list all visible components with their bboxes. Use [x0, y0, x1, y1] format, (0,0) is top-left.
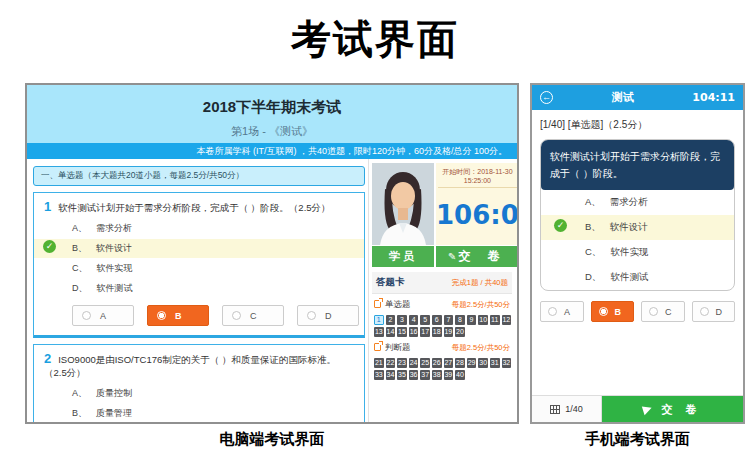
- mobile-exam-panel: 测试 104:11 [1/40] [单选题]（2.5分） 软件测试计划开始于需求…: [530, 83, 745, 424]
- exam-header: 2018下半年期末考试 第1场 - 《测试》: [27, 85, 517, 143]
- sheet-icon: [374, 343, 381, 351]
- answer-grid-single-choice: 1234567891011121314151617181920: [374, 315, 514, 337]
- answer-tile-12[interactable]: 12: [502, 315, 512, 325]
- answer-button-a[interactable]: A: [72, 305, 134, 326]
- answer-tile-32[interactable]: 32: [502, 358, 512, 368]
- answer-card-header: 答题卡 完成1题 / 共40题: [372, 272, 512, 294]
- answer-tile-37[interactable]: 37: [420, 370, 430, 380]
- question-head: 2ISO9000是由ISO/TC176制定的关于（ ）和质量保证的国际标准。（2…: [34, 351, 364, 383]
- answer-tile-2[interactable]: 2: [386, 315, 396, 325]
- check-icon: [554, 219, 567, 232]
- answer-card-section-single: 单选题 每题2.5分/共50分 123456789101112131415161…: [372, 294, 512, 337]
- answer-tile-1[interactable]: 1: [374, 315, 384, 325]
- answer-tile-31[interactable]: 31: [490, 358, 500, 368]
- answer-button-c[interactable]: C: [641, 301, 685, 322]
- answer-button-d[interactable]: D: [692, 301, 736, 322]
- answer-button-d[interactable]: D: [297, 305, 359, 326]
- answer-tile-18[interactable]: 18: [432, 327, 442, 337]
- pen-icon: [448, 251, 456, 262]
- paper-plane-icon: [642, 403, 653, 414]
- answer-tile-8[interactable]: 8: [455, 315, 465, 325]
- section-score-info: 每题2.5分/共50分: [452, 343, 510, 353]
- answer-card-progress: 完成1题 / 共40题: [452, 278, 508, 288]
- answer-tile-19[interactable]: 19: [444, 327, 454, 337]
- question-card-1: 1软件测试计划开始于需求分析阶段，完成于（ ）阶段。（2.5分） A、需求分析 …: [33, 192, 365, 338]
- progress-count: 1/40: [565, 404, 583, 414]
- answer-tile-14[interactable]: 14: [386, 327, 396, 337]
- answer-tile-40[interactable]: 40: [455, 370, 465, 380]
- answer-tile-35[interactable]: 35: [397, 370, 407, 380]
- answer-tile-30[interactable]: 30: [478, 358, 488, 368]
- answer-tile-33[interactable]: 33: [374, 370, 384, 380]
- back-button[interactable]: [540, 91, 553, 104]
- answer-sheet-toggle[interactable]: 1/40: [532, 396, 602, 422]
- answer-tile-11[interactable]: 11: [490, 315, 500, 325]
- answer-grid-judge: 2122232425262728293031323334353637383940: [374, 358, 514, 380]
- option-row-c[interactable]: C、软件实现: [34, 259, 364, 278]
- answer-tile-10[interactable]: 10: [478, 315, 488, 325]
- answer-tile-29[interactable]: 29: [467, 358, 477, 368]
- option-row-d[interactable]: D、软件测试: [541, 265, 734, 290]
- answer-tile-25[interactable]: 25: [420, 358, 430, 368]
- question-head: 1软件测试计划开始于需求分析阶段，完成于（ ）阶段。（2.5分）: [34, 199, 364, 218]
- answer-tile-28[interactable]: 28: [455, 358, 465, 368]
- question-number: 2: [44, 351, 51, 366]
- grid-icon: [550, 405, 560, 414]
- option-row-d[interactable]: D、软件测试: [34, 279, 364, 298]
- answer-card-section-judge: 判断题 每题2.5分/共50分 212223242526272829303132…: [372, 337, 512, 380]
- answer-button-b-selected[interactable]: B: [591, 301, 635, 322]
- option-row-a[interactable]: A、需求分析: [34, 219, 364, 238]
- option-row-b-selected[interactable]: B、软件设计: [34, 239, 364, 258]
- answer-tile-38[interactable]: 38: [432, 370, 442, 380]
- student-label: 学员: [372, 246, 434, 267]
- section-name: 单选题: [385, 299, 411, 309]
- answer-tile-7[interactable]: 7: [444, 315, 454, 325]
- answer-tile-22[interactable]: 22: [386, 358, 396, 368]
- answer-button-row: A B C D: [540, 301, 735, 322]
- answer-tile-17[interactable]: 17: [420, 327, 430, 337]
- answer-tile-20[interactable]: 20: [455, 327, 465, 337]
- mobile-question-text: 软件测试计划开始于需求分析阶段，完成于（ ）阶段。: [541, 140, 734, 190]
- option-row-a[interactable]: A、质量控制: [34, 384, 364, 403]
- answer-tile-6[interactable]: 6: [432, 315, 442, 325]
- submit-button[interactable]: 交 卷: [436, 246, 517, 267]
- exam-title: 2018下半年期末考试: [27, 85, 517, 117]
- question-column: 一、单选题（本大题共20道小题，每题2.5分/共50分） 1软件测试计划开始于需…: [33, 166, 365, 422]
- answer-tile-4[interactable]: 4: [409, 315, 419, 325]
- radio-icon: [157, 311, 166, 320]
- mobile-question-card: 软件测试计划开始于需求分析阶段，完成于（ ）阶段。 A、需求分析 B、软件设计 …: [540, 139, 735, 291]
- option-row-b[interactable]: B、质量管理: [34, 404, 364, 422]
- option-row-b-selected[interactable]: B、软件设计: [541, 215, 734, 240]
- option-row-c[interactable]: C、软件实现: [541, 240, 734, 265]
- mobile-submit-button[interactable]: 交 卷: [602, 396, 743, 422]
- answer-tile-39[interactable]: 39: [444, 370, 454, 380]
- answer-tile-13[interactable]: 13: [374, 327, 384, 337]
- answer-tile-27[interactable]: 27: [444, 358, 454, 368]
- answer-tile-34[interactable]: 34: [386, 370, 396, 380]
- page: 考试界面 2018下半年期末考试 第1场 - 《测试》 本卷所属学科 (IT/互…: [0, 0, 750, 468]
- timer-box: 开始时间：2018-11-30 15:25:00 106:0: [436, 163, 517, 245]
- answer-tile-23[interactable]: 23: [397, 358, 407, 368]
- start-time: 开始时间：2018-11-30 15:25:00: [438, 163, 517, 188]
- answer-button-row: A B C D: [34, 298, 364, 328]
- answer-tile-5[interactable]: 5: [420, 315, 430, 325]
- answer-tile-26[interactable]: 26: [432, 358, 442, 368]
- answer-tile-9[interactable]: 9: [467, 315, 477, 325]
- student-photo: [372, 163, 434, 245]
- exam-info-bar: 本卷所属学科 (IT/互联网) ，共40道题，限时120分钟，60分及格/总分 …: [27, 143, 517, 159]
- section-header: 一、单选题（本大题共20道小题，每题2.5分/共50分）: [33, 166, 365, 186]
- option-row-a[interactable]: A、需求分析: [541, 190, 734, 215]
- answer-tile-16[interactable]: 16: [409, 327, 419, 337]
- answer-button-c[interactable]: C: [222, 305, 284, 326]
- answer-tile-21[interactable]: 21: [374, 358, 384, 368]
- answer-button-b-selected[interactable]: B: [147, 305, 209, 326]
- answer-tile-3[interactable]: 3: [397, 315, 407, 325]
- answer-tile-15[interactable]: 15: [397, 327, 407, 337]
- desktop-exam-panel: 2018下半年期末考试 第1场 - 《测试》 本卷所属学科 (IT/互联网) ，…: [25, 83, 519, 424]
- exam-sidebar: 学员 开始时间：2018-11-30 15:25:00 106:0 交 卷 答题…: [368, 159, 515, 422]
- question-meta: [1/40] [单选题]（2.5分）: [540, 118, 735, 132]
- answer-tile-36[interactable]: 36: [409, 370, 419, 380]
- radio-icon: [232, 311, 241, 320]
- answer-button-a[interactable]: A: [540, 301, 584, 322]
- answer-tile-24[interactable]: 24: [409, 358, 419, 368]
